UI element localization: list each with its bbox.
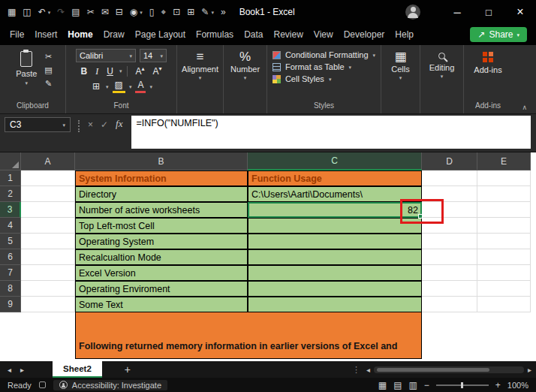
save-icon[interactable]: ◫ [23, 8, 31, 17]
cell-C1[interactable]: Function Usage [248, 170, 422, 186]
format-painter-button[interactable]: ✎ [45, 79, 52, 89]
column-header-C[interactable]: C [248, 152, 422, 170]
row-header-9[interactable]: 9 [0, 297, 21, 312]
font-size-select[interactable]: 14 ▾ [140, 49, 167, 62]
pen-dropdown-icon[interactable]: ▾ [211, 10, 214, 15]
cell-B5[interactable]: Operating System [75, 234, 248, 249]
horizontal-scroll-track[interactable] [374, 366, 524, 373]
cut-icon[interactable]: ✂ [87, 8, 95, 17]
print-icon[interactable]: ⊟ [116, 8, 123, 17]
cut-button[interactable]: ✂ [45, 52, 52, 62]
share-button[interactable]: ↗ Share ▾ [470, 27, 527, 42]
format-as-table-button[interactable]: Format as Table ▾ [273, 62, 375, 71]
cell-B3[interactable]: Number of active worksheets [75, 202, 248, 218]
increase-font-size-button[interactable]: A▴ [133, 65, 146, 77]
decrease-font-size-button[interactable]: A▾ [150, 65, 164, 77]
insert-function-icon[interactable]: fx [116, 119, 122, 128]
cell-E6[interactable] [477, 249, 531, 265]
cell-C8[interactable] [248, 281, 422, 297]
addins-button[interactable]: Add-ins [469, 49, 506, 76]
zoom-out-icon[interactable]: − [424, 380, 429, 390]
tab-splitter-icon[interactable]: ⋮ [352, 365, 360, 375]
menu-tab-help[interactable]: Help [390, 26, 419, 44]
cell-E2[interactable] [477, 186, 531, 202]
fill-handle[interactable] [418, 214, 423, 219]
row-header-8[interactable]: 8 [0, 281, 21, 297]
cell-A7[interactable] [21, 265, 75, 281]
camera-icon[interactable]: ⊡ [173, 8, 180, 17]
italic-button[interactable]: I [93, 66, 101, 77]
book-icon[interactable]: ▤ [71, 8, 80, 17]
mail-icon[interactable]: ✉ [101, 8, 109, 17]
number-button[interactable]: % Number ▾ [227, 49, 263, 82]
menu-tab-view[interactable]: View [309, 26, 339, 44]
zoom-in-icon[interactable]: + [495, 380, 501, 390]
cells-button[interactable]: ▦ Cells ▾ [384, 49, 417, 82]
cancel-entry-icon[interactable]: × [88, 120, 93, 129]
page-layout-view-icon[interactable]: ▤ [393, 381, 402, 390]
cell-D8[interactable] [422, 281, 477, 297]
redo-icon[interactable]: ↷ [57, 8, 65, 17]
editing-button[interactable]: Editing ▾ [423, 49, 460, 80]
cell-A1[interactable] [21, 170, 75, 186]
fill-color-button[interactable]: ▨ [113, 80, 125, 92]
menu-tab-draw[interactable]: Draw [98, 26, 130, 44]
maximize-button[interactable]: □ [473, 0, 504, 24]
cell-E1[interactable] [477, 170, 531, 186]
cell-C5[interactable] [248, 234, 422, 249]
menu-tab-review[interactable]: Review [268, 26, 308, 44]
cell-E4[interactable] [477, 218, 531, 234]
cell-D2[interactable] [422, 186, 477, 202]
cell-C3[interactable]: 82 [248, 202, 422, 218]
confirm-entry-icon[interactable]: ✓ [101, 120, 108, 129]
row-header-1[interactable]: 1 [0, 170, 21, 186]
sheet-tab-sheet2[interactable]: Sheet2 [53, 361, 102, 378]
cell-A4[interactable] [21, 218, 75, 234]
cell-D3[interactable] [422, 202, 477, 218]
pen-icon[interactable]: ✎ [201, 8, 209, 17]
cell-C9[interactable] [248, 297, 422, 312]
font-name-select[interactable]: Calibri ▾ [76, 49, 136, 62]
copy-button[interactable]: ▤ [44, 65, 52, 75]
undo-icon[interactable]: ↶ [38, 8, 46, 17]
row-header-2[interactable]: 2 [0, 186, 21, 202]
cell-A8[interactable] [21, 281, 75, 297]
menu-tab-developer[interactable]: Developer [339, 26, 390, 44]
eye-dropdown-icon[interactable]: ▾ [140, 10, 143, 15]
banner-cell-A[interactable] [21, 312, 75, 359]
scroll-left-icon[interactable]: ◂ [366, 366, 370, 374]
normal-view-icon[interactable]: ▦ [378, 381, 387, 390]
row-header-7[interactable]: 7 [0, 265, 21, 281]
cell-B2[interactable]: Directory [75, 186, 248, 202]
banner-merged-cell[interactable]: Following returned memory information in… [75, 312, 422, 359]
column-header-D[interactable]: D [422, 152, 477, 170]
banner-cell-E[interactable] [477, 312, 531, 359]
borders-button[interactable]: ⊞ [90, 81, 102, 92]
menu-tab-page-layout[interactable]: Page Layout [130, 26, 191, 44]
cell-D9[interactable] [422, 297, 477, 312]
alignment-button[interactable]: ≡ Alignment ▾ [180, 49, 220, 82]
zoom-level[interactable]: 100% [507, 381, 528, 390]
cell-E9[interactable] [477, 297, 531, 312]
undo-dropdown-icon[interactable]: ▾ [48, 10, 51, 15]
banner-cell-D[interactable] [422, 312, 477, 359]
cell-D7[interactable] [422, 265, 477, 281]
formula-bar-splitter[interactable] [78, 120, 80, 132]
paste-button[interactable]: Paste ▾ [11, 49, 42, 88]
cell-B9[interactable]: Some Text [75, 297, 248, 312]
cell-E8[interactable] [477, 281, 531, 297]
new-document-icon[interactable]: ▯ [149, 8, 155, 17]
menu-tab-data[interactable]: Data [239, 26, 268, 44]
cell-B8[interactable]: Operating Enviroment [75, 281, 248, 297]
column-header-B[interactable]: B [75, 152, 248, 170]
cell-E5[interactable] [477, 234, 531, 249]
user-avatar-icon[interactable] [405, 5, 420, 20]
horizontal-scroll-thumb[interactable] [377, 368, 489, 372]
pin-icon[interactable]: ⌖ [161, 8, 166, 17]
cell-D5[interactable] [422, 234, 477, 249]
collapse-ribbon-icon[interactable]: ∧ [522, 104, 527, 111]
cell-A9[interactable] [21, 297, 75, 312]
zoom-slider[interactable] [436, 384, 489, 386]
font-color-button[interactable]: A [135, 80, 146, 92]
accessibility-button[interactable]: Accessibility: Investigate [53, 380, 167, 390]
